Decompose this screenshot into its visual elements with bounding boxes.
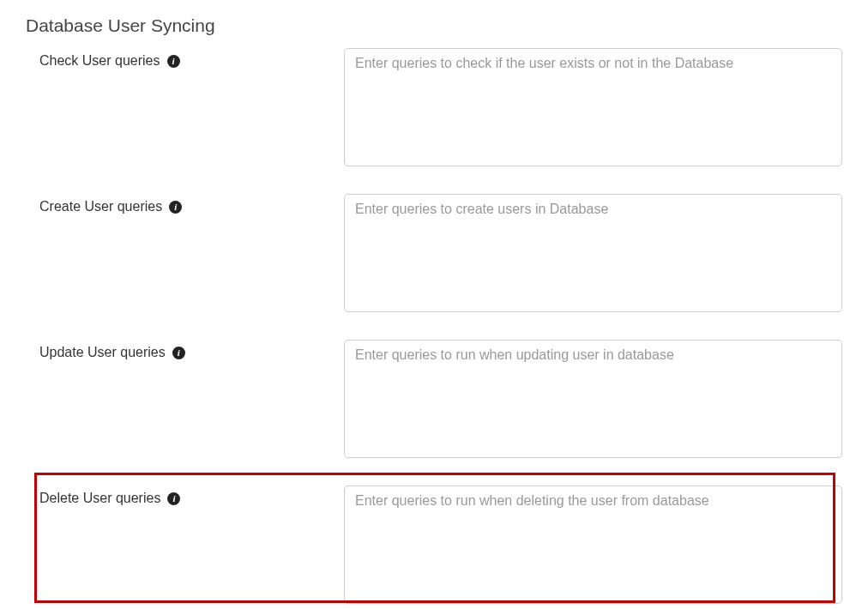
update-user-row: Update User queries i <box>26 340 842 461</box>
delete-user-label-col: Delete User queries i <box>39 485 344 506</box>
check-user-input-col <box>344 48 842 170</box>
update-user-label: Update User queries <box>39 345 166 360</box>
info-icon[interactable]: i <box>169 201 182 214</box>
info-icon[interactable]: i <box>167 55 180 68</box>
info-icon[interactable]: i <box>172 347 185 359</box>
create-user-label-col: Create User queries i <box>39 194 344 214</box>
create-user-input-col <box>344 194 842 316</box>
delete-user-row: Delete User queries i <box>26 485 842 607</box>
update-user-textarea[interactable] <box>344 340 842 458</box>
info-icon[interactable]: i <box>167 492 180 505</box>
section-heading: Database User Syncing <box>26 15 842 36</box>
check-user-label-col: Check User queries i <box>39 48 344 69</box>
check-user-textarea[interactable] <box>344 48 842 166</box>
delete-user-input-col <box>344 485 842 607</box>
update-user-input-col <box>344 340 842 461</box>
check-user-row: Check User queries i <box>26 48 842 170</box>
delete-user-label: Delete User queries <box>39 491 160 506</box>
create-user-row: Create User queries i <box>26 194 842 316</box>
delete-user-textarea[interactable] <box>344 485 842 604</box>
create-user-textarea[interactable] <box>344 194 842 312</box>
update-user-label-col: Update User queries i <box>39 340 344 360</box>
check-user-label: Check User queries <box>39 53 160 69</box>
create-user-label: Create User queries <box>39 199 162 214</box>
